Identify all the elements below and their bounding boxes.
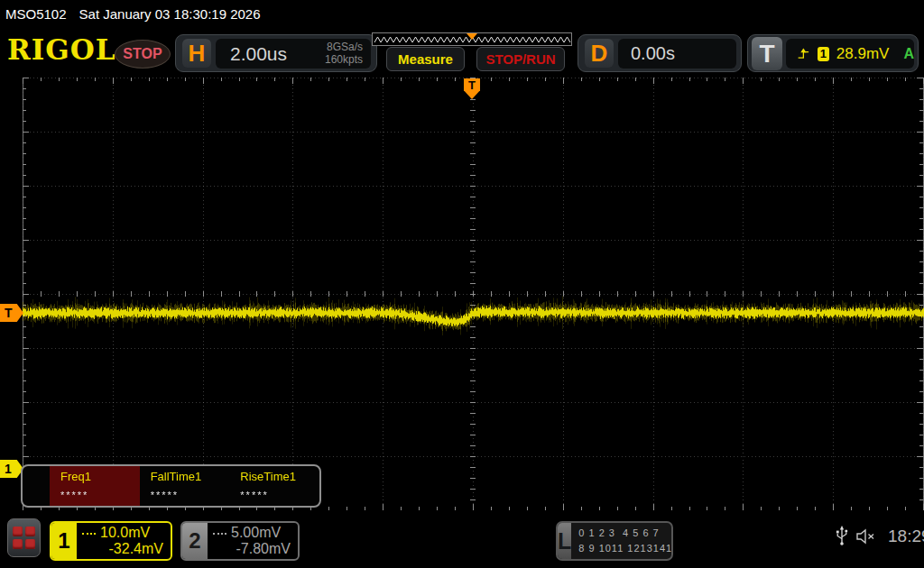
logic-channels-block[interactable]: L 0 1 2 3 4 5 6 78 9 1011 12131415 xyxy=(556,521,673,561)
horizontal-settings-block[interactable]: H 2.00us 8GSa/s 160kpts xyxy=(175,34,377,72)
acquisition-status-badge: STOP xyxy=(115,40,171,69)
measurement-value: ***** xyxy=(240,490,319,500)
trigger-level-value: 28.9mV xyxy=(836,45,890,63)
logic-channel-numbers: 0 1 2 3 4 5 6 78 9 1011 12131415 xyxy=(571,523,673,559)
clock: 18:29 xyxy=(888,527,924,546)
trigger-block[interactable]: T 1 28.9mV A xyxy=(747,34,919,72)
waveform-display-area[interactable] xyxy=(0,78,924,510)
channel2-offset: -7.80mV xyxy=(213,541,291,557)
measurement-item-risetime1[interactable]: RiseTime1 ***** xyxy=(229,466,319,506)
timebase-value: 2.00us xyxy=(216,43,325,65)
channel-menu-button[interactable] xyxy=(7,518,41,557)
red-square-icon xyxy=(13,539,23,549)
dc-coupling-icon xyxy=(213,531,226,535)
channel1-status-block[interactable]: 1 10.0mV -32.4mV xyxy=(50,521,172,561)
channel1-scale: 10.0mV xyxy=(100,525,150,541)
memory-depth: 160kpts xyxy=(325,53,363,66)
edge-trigger-icon xyxy=(797,47,810,61)
header-bar: RIGOL STOP H 2.00us 8GSa/s 160kpts Measu… xyxy=(0,27,924,76)
channel2-number-tab: 2 xyxy=(182,523,208,559)
trigger-sweep-mode: A xyxy=(903,46,914,62)
model-name: MSO5102 xyxy=(5,6,67,22)
red-square-icon xyxy=(13,527,23,536)
channel1-offset: -32.4mV xyxy=(82,541,163,557)
logic-row2: 8 9 1011 12131415 xyxy=(578,543,673,554)
delay-value: 0.00s xyxy=(618,43,675,64)
delay-block[interactable]: D 0.00s xyxy=(578,34,742,72)
rigol-logo: RIGOL xyxy=(7,32,116,66)
speaker-muted-icon[interactable] xyxy=(855,528,877,545)
measurement-name: RiseTime1 xyxy=(240,470,319,483)
sample-rate-memdepth: 8GSa/s 160kpts xyxy=(325,41,371,67)
datetime: Sat January 03 18:30:19 2026 xyxy=(79,6,261,22)
measurement-value: ***** xyxy=(151,490,230,500)
sample-rate: 8GSa/s xyxy=(327,41,363,53)
usb-icon xyxy=(836,526,848,546)
trigger-source-badge: 1 xyxy=(818,47,829,61)
measurement-panel: Freq1 ***** FallTime1 ***** RiseTime1 **… xyxy=(21,464,321,508)
measurement-value: ***** xyxy=(60,490,140,500)
trigger-label: T xyxy=(752,37,782,70)
measurement-name: FallTime1 xyxy=(151,470,230,483)
channel2-scale: 5.00mV xyxy=(231,525,281,541)
dc-coupling-icon xyxy=(82,531,96,535)
measurement-item-falltime1[interactable]: FallTime1 ***** xyxy=(140,466,230,506)
measurement-name: Freq1 xyxy=(60,470,140,483)
memory-position-pointer-icon[interactable] xyxy=(467,33,477,40)
stop-run-button[interactable]: STOP/RUN xyxy=(476,47,565,71)
measurement-item-freq1[interactable]: Freq1 ***** xyxy=(50,466,140,506)
red-square-icon xyxy=(25,527,35,536)
channel1-number-tab: 1 xyxy=(51,523,77,559)
channel2-status-block[interactable]: 2 5.00mV -7.80mV xyxy=(180,521,300,561)
logic-label-tab: L xyxy=(558,523,571,559)
logic-row1: 0 1 2 3 4 5 6 7 xyxy=(578,527,659,538)
horizontal-label: H xyxy=(182,39,211,68)
measure-button[interactable]: Measure xyxy=(386,47,465,71)
delay-label: D xyxy=(585,39,614,68)
red-square-icon xyxy=(25,539,35,549)
top-info-bar: MSO5102 Sat January 03 18:30:19 2026 xyxy=(0,0,924,27)
